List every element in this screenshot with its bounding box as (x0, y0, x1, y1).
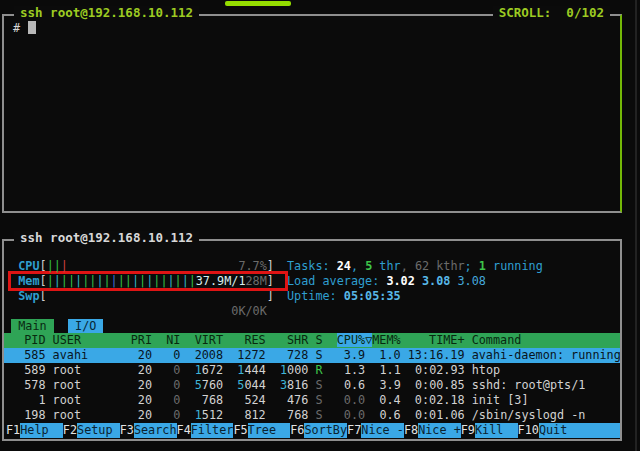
fkey-help[interactable]: F1Help (6, 423, 63, 438)
htop-app: CPU[|||7.7%] Mem[|||||||||||||||||||||37… (4, 241, 620, 439)
process-row[interactable]: 589 root 20 0 1672 1444 1000 R 1.3 1.1 0… (4, 363, 620, 378)
fkey-kill[interactable]: F9Kill (461, 423, 518, 438)
process-table-header[interactable]: PID USER PRI NI VIRT RES SHR S CPU%▽MEM%… (4, 333, 620, 348)
fkey-tree[interactable]: F5Tree (233, 423, 290, 438)
htop-tabs: Main I/O (4, 319, 620, 334)
fkey-nice-[interactable]: F7Nice - (347, 423, 404, 438)
terminal-pane-top[interactable]: ssh root@192.168.10.112 SCROLL: 0/102 # (2, 14, 622, 213)
top-green-indicator (225, 1, 291, 6)
load-average: Load average: 3.02 3.08 3.08 (280, 274, 543, 289)
process-row[interactable]: 198 root 20 0 1512 812 768 S 0.0 0.6 0:0… (4, 408, 620, 423)
tasks-summary: Tasks: 24, 5 thr, 62 kthr; 1 running (280, 259, 543, 274)
htop-summary: Tasks: 24, 5 thr, 62 kthr; 1 running Loa… (280, 259, 543, 304)
fkey-setup[interactable]: F2Setup (63, 423, 120, 438)
process-table: 585 avahi 20 0 2008 1272 728 S 3.9 1.0 1… (4, 348, 620, 422)
process-row[interactable]: 585 avahi 20 0 2008 1272 728 S 3.9 1.0 1… (4, 348, 620, 363)
fkey-sortby[interactable]: F6SortBy (290, 423, 347, 438)
pane-title: ssh root@192.168.10.112 (14, 6, 199, 21)
terminal-cursor (28, 21, 36, 34)
scroll-indicator: SCROLL: 0/102 (493, 6, 610, 21)
fkey-nice-+[interactable]: F8Nice + (404, 423, 461, 438)
tab-io[interactable]: I/O (68, 319, 104, 334)
swp-meter: Swp[0K/0K] (4, 289, 280, 304)
fkey-filter[interactable]: F4Filter (177, 423, 234, 438)
process-row[interactable]: 1 root 20 0 768 524 476 S 0.0 0.4 0:02.1… (4, 393, 620, 408)
fkey-search[interactable]: F3Search (120, 423, 177, 438)
fkey-bar: F1Help F2Setup F3SearchF4FilterF5Tree F6… (4, 423, 620, 438)
tab-main[interactable]: Main (11, 319, 54, 334)
blank-line (4, 304, 620, 319)
shell-prompt: # (13, 21, 20, 35)
fkey-quit[interactable]: F10Quit (518, 423, 620, 438)
uptime: Uptime: 05:05:35 (280, 289, 543, 304)
terminal-screen: ssh root@192.168.10.112 SCROLL: 0/102 # … (0, 0, 640, 451)
process-row[interactable]: 578 root 20 0 5760 5044 3816 S 0.6 3.9 0… (4, 378, 620, 393)
terminal-pane-bottom[interactable]: ssh root@192.168.10.112 CPU[|||7.7%] Mem… (2, 239, 622, 441)
screen-edge-line (635, 0, 637, 451)
